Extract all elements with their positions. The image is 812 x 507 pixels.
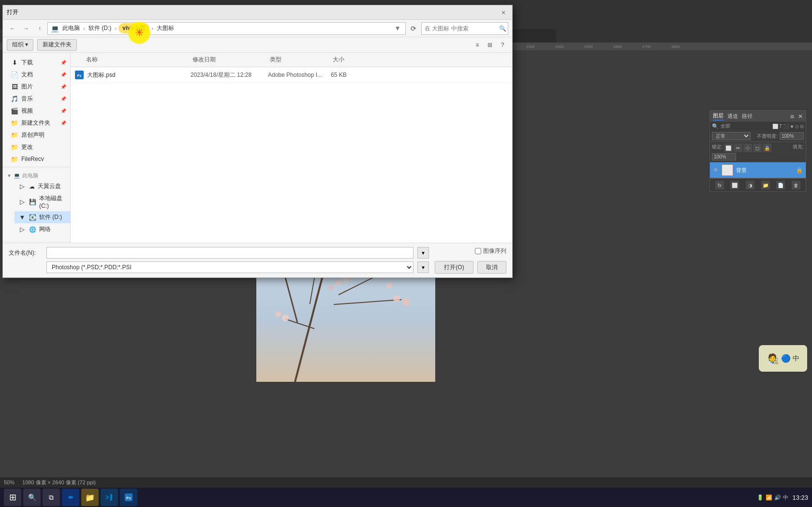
taskbar-input-icon: 中 [783,494,788,501]
col-header-size[interactable]: 大小 [331,55,369,65]
address-segment-view[interactable]: 大图标 [155,24,176,33]
nav-item-network[interactable]: ▷ 🌐 网络 [15,223,70,235]
taskview-button[interactable]: ⧉ [43,489,60,506]
filetype-dropdown-button[interactable]: ▼ [417,261,429,273]
new-folder-button[interactable]: 新建文件夹 [37,39,77,51]
image-sequence-checkbox[interactable] [475,248,481,254]
nav-subsection-computer: ▷ ☁ 天翼云盘 ▷ 💾 本地磁盘 (C:) ▼ 💽 软件 (D:) [3,180,70,235]
help-button[interactable]: ? [497,39,508,51]
taskbar-wifi-icon: 📶 [766,494,772,501]
filetype-select[interactable]: Photoshop (*.PSD;*.PDD;*.PSI [46,261,413,273]
file-date-psd: 2023/4/18/星期二 12:28 [191,71,268,79]
nav-item-drive-d[interactable]: ▼ 💽 软件 (D:) [15,211,70,223]
svg-text:Ps: Ps [126,496,131,500]
nav-item-changes[interactable]: 📁 更改 [3,141,70,153]
file-list-header: 名称 修改日期 类型 大小 [71,53,512,67]
nav-label-video: 视频 [21,107,33,115]
edge-button[interactable] [62,489,79,506]
nav-icon-original: 📁 [11,131,18,139]
nav-divider [3,167,70,167]
nav-label-pictures: 图片 [21,83,33,91]
nav-icon-hdd-d: 💽 [29,214,36,221]
view-details-button[interactable]: ≡ [472,39,483,51]
search-icon: 🔍 [499,25,506,32]
address-segment-computer[interactable]: 此电脑 [61,24,81,33]
search-bar[interactable]: 🔍 [421,22,508,35]
filetype-row: Photoshop (*.PSD;*.PDD;*.PSI ▼ [9,261,429,273]
refresh-button[interactable]: ⟳ [408,23,419,34]
back-button[interactable]: ← [7,23,18,34]
nav-item-documents[interactable]: 📄 文档 📌 [3,69,70,81]
col-header-date[interactable]: 修改日期 [191,55,268,65]
view-tiles-button[interactable]: ⊞ [484,39,496,51]
nav-icon-music: 🎵 [11,95,18,103]
nav-toggle-computer[interactable]: ▼ [7,173,12,178]
nav-item-original[interactable]: 📁 原创声明 [3,129,70,141]
search-taskbar-button[interactable]: 🔍 [23,489,41,506]
file-dialog: 打开 × ← → ↑ 💻 此电脑 › 软件 (D:) › vivo大图 › 大图… [2,5,513,278]
nav-computer-label: 此电脑 [22,172,38,179]
col-header-type[interactable]: 类型 [268,55,331,65]
organize-button[interactable]: 组织 ▾ [7,39,33,51]
dialog-title: 打开 [7,8,18,16]
nav-icon-filerecv: 📁 [11,155,18,163]
dialog-bottom-left: 文件名(N): ▼ Photoshop (*.PSD;*.PDD;*.PSI ▼ [9,247,429,273]
filename-label: 文件名(N): [9,249,43,257]
dialog-buttons: 打开(O) 取消 [435,261,506,274]
nav-item-drive-c[interactable]: ▷ 💾 本地磁盘 (C:) [15,192,70,211]
cursor-star-icon: ✳ [135,27,144,39]
nav-icon-new-folder: 📁 [11,119,18,127]
nav-icon-changes: 📁 [11,144,18,151]
checkbox-row: 图像序列 [475,247,506,255]
nav-item-music[interactable]: 🎵 音乐 📌 [3,93,70,105]
nav-icon-hdd-c: 💾 [29,199,36,205]
table-row[interactable]: Ps 大图标.psd 2023/4/18/星期二 12:28 Adobe Pho… [71,67,512,83]
nav-item-filerecv[interactable]: 📁 FileRecv [3,153,70,165]
dialog-toolbar: ← → ↑ 💻 此电脑 › 软件 (D:) › vivo大图 › 大图标 ▼ ⟳… [3,20,512,37]
dialog-overlay: 打开 × ← → ↑ 💻 此电脑 › 软件 (D:) › vivo大图 › 大图… [0,0,812,507]
nav-label-drive-c: 本地磁盘 (C:) [39,194,66,209]
file-name-psd: 大图标.psd [87,71,191,79]
search-input[interactable] [425,25,497,32]
nav-icon-drive-c: ▷ [18,198,26,206]
col-header-name[interactable]: 名称 [84,55,191,65]
file-list-area: 名称 修改日期 类型 大小 Ps 大图标.psd 2023/4/18/星期二 1… [71,53,512,243]
dialog-bottom-row: 文件名(N): ▼ Photoshop (*.PSD;*.PDD;*.PSI ▼ [9,247,506,274]
filename-input[interactable] [46,247,413,259]
address-segment-drive[interactable]: 软件 (D:) [87,24,113,33]
dialog-close-button[interactable]: × [499,8,508,17]
left-nav-panel: ⬇ 下载 📌 📄 文档 📌 🖼 图片 📌 🎵 音乐 📌 [3,53,71,243]
nav-icon-cloud-storage: ☁ [29,183,35,190]
open-button[interactable]: 打开(O) [435,261,473,274]
nav-pin-music: 📌 [60,96,66,101]
ps-taskbar-button[interactable]: Ps [120,489,137,506]
forward-button[interactable]: → [20,23,32,34]
checkbox-label: 图像序列 [483,247,506,255]
nav-label-documents: 文档 [21,71,33,79]
nav-icon-network: ▷ [18,226,26,233]
explorer-button[interactable]: 📁 [81,489,99,506]
address-computer-icon: 💻 [51,25,59,32]
nav-item-cloud[interactable]: ▷ ☁ 天翼云盘 [15,180,70,192]
view-buttons: ≡ ⊞ ? [472,39,508,51]
nav-computer-icon: 💻 [14,173,20,179]
nav-item-downloads[interactable]: ⬇ 下载 📌 [3,57,70,69]
nav-label-changes: 更改 [21,143,33,151]
vscode-button[interactable] [101,489,118,506]
start-button[interactable]: ⊞ [4,489,21,506]
taskbar-right: 🔋 📶 🔊 中 13:23 [757,494,808,501]
nav-item-pictures[interactable]: 🖼 图片 📌 [3,81,70,93]
filename-dropdown-button[interactable]: ▼ [417,247,429,259]
up-button[interactable]: ↑ [34,23,45,34]
taskbar-volume-icon: 🔊 [774,494,781,501]
address-dropdown-button[interactable]: ▼ [393,24,402,33]
taskbar-time: 13:23 [792,494,808,501]
nav-item-new-folder[interactable]: 📁 新建文件夹 📌 [3,117,70,129]
nav-pin-documents: 📌 [60,72,66,77]
nav-item-video[interactable]: 🎬 视频 📌 [3,105,70,117]
nav-label-music: 音乐 [21,95,33,103]
address-bar[interactable]: 💻 此电脑 › 软件 (D:) › vivo大图 › 大图标 ▼ [47,22,406,35]
nav-label-new-folder: 新建文件夹 [21,119,50,127]
cancel-button[interactable]: 取消 [477,261,506,274]
dialog-bottom: 文件名(N): ▼ Photoshop (*.PSD;*.PDD;*.PSI ▼ [3,243,512,277]
